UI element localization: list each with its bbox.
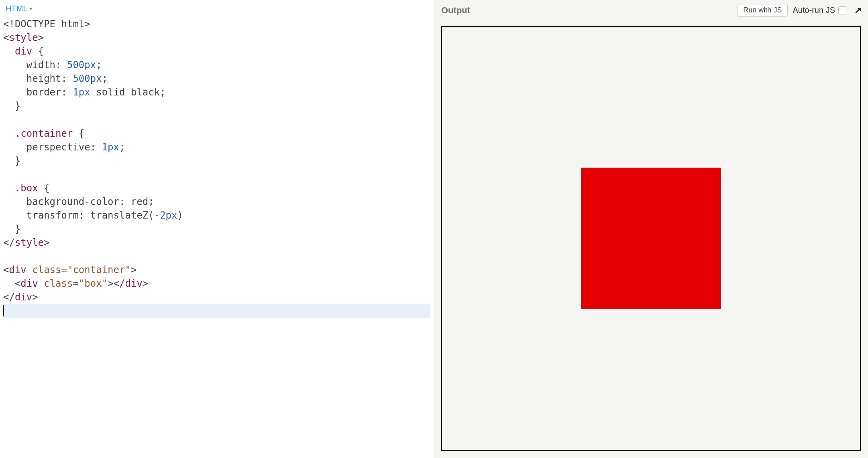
output-title: Output bbox=[441, 5, 732, 16]
code-editor[interactable]: <!DOCTYPE html><style> div { width: 500p… bbox=[0, 16, 434, 458]
code-line[interactable] bbox=[3, 249, 430, 263]
code-line[interactable]: <style> bbox=[3, 31, 430, 45]
expand-icon[interactable]: ↗ bbox=[854, 5, 862, 16]
code-line[interactable] bbox=[3, 113, 430, 127]
code-line[interactable]: } bbox=[3, 154, 430, 168]
code-line[interactable]: .container { bbox=[3, 127, 430, 140]
code-line[interactable]: <div class="container"> bbox=[3, 263, 430, 277]
code-line[interactable]: width: 500px; bbox=[3, 58, 430, 72]
preview-box bbox=[581, 168, 721, 309]
text-cursor bbox=[3, 305, 4, 316]
code-line[interactable]: perspective: 1px; bbox=[3, 140, 430, 154]
editor-pane: HTML ▾ <!DOCTYPE html><style> div { widt… bbox=[0, 0, 434, 458]
auto-run-toggle[interactable]: Auto-run JS bbox=[793, 6, 846, 15]
language-label: HTML bbox=[6, 4, 27, 13]
preview-container bbox=[441, 26, 861, 451]
code-line[interactable]: .box { bbox=[3, 181, 430, 195]
auto-run-checkbox[interactable] bbox=[838, 6, 846, 14]
chevron-down-icon: ▾ bbox=[30, 6, 32, 12]
output-pane: Output Run with JS Auto-run JS ↗ bbox=[434, 0, 868, 458]
code-line[interactable]: </style> bbox=[3, 236, 430, 249]
code-line[interactable]: height: 500px; bbox=[3, 72, 430, 85]
code-line[interactable]: } bbox=[3, 222, 430, 236]
code-line[interactable] bbox=[3, 168, 430, 181]
output-preview bbox=[434, 20, 868, 458]
code-line[interactable]: background-color: red; bbox=[3, 195, 430, 209]
language-selector[interactable]: HTML ▾ bbox=[0, 0, 434, 16]
code-line[interactable]: div { bbox=[3, 45, 430, 58]
code-line[interactable]: <!DOCTYPE html> bbox=[3, 17, 430, 31]
code-line[interactable]: transform: translateZ(-2px) bbox=[3, 209, 430, 222]
code-line[interactable]: } bbox=[3, 99, 430, 113]
auto-run-label: Auto-run JS bbox=[793, 6, 835, 15]
run-with-js-button[interactable]: Run with JS bbox=[737, 4, 788, 16]
output-header: Output Run with JS Auto-run JS ↗ bbox=[434, 0, 868, 20]
code-line[interactable]: </div> bbox=[3, 290, 430, 304]
code-line[interactable]: border: 1px solid black; bbox=[3, 85, 430, 99]
code-line[interactable]: <div class="box"></div> bbox=[3, 277, 430, 290]
code-line[interactable] bbox=[3, 304, 430, 318]
